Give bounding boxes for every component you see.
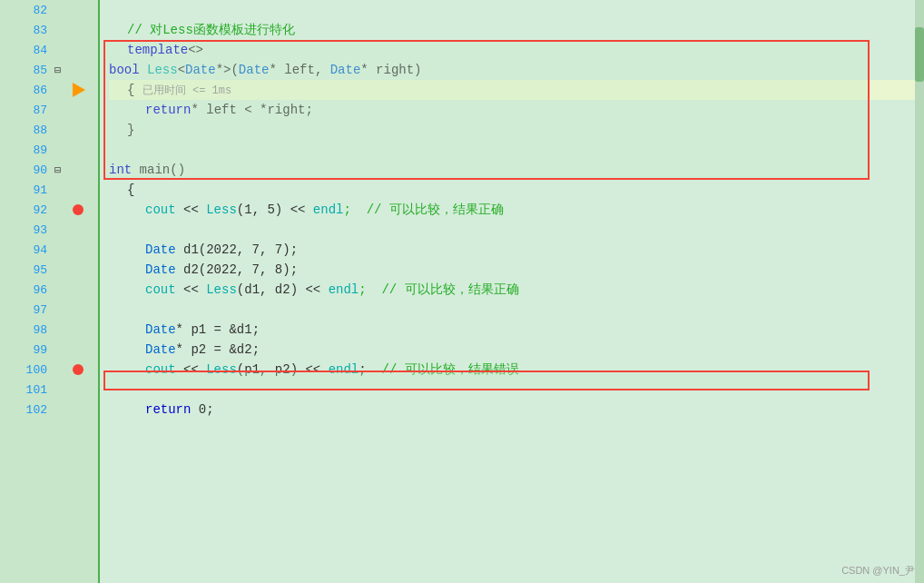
token-time: 已用时间 <= 1ms <box>143 83 231 98</box>
line-number: 102 <box>0 403 54 417</box>
gutter-row: 92 <box>0 200 98 220</box>
token-type: Date <box>145 342 176 357</box>
token-comment: // 对Less函数模板进行特化 <box>127 22 295 38</box>
token-normal: d2(2022, 7, 8); <box>176 262 298 277</box>
token-teal: endl <box>329 282 359 297</box>
fold-marker[interactable]: ⊟ <box>54 64 69 77</box>
code-line: return 0; <box>109 400 924 420</box>
breakpoint-icon[interactable] <box>73 364 84 375</box>
gutter-row: 82 <box>0 0 98 20</box>
token-teal: Less <box>147 63 178 77</box>
line-number: 91 <box>0 183 54 197</box>
gutter: 82838485⊟8687888990⊟91929394959697989910… <box>0 0 100 583</box>
line-number: 87 <box>0 104 54 117</box>
code-line: cout << Less(d1, d2) << endl; // 可以比较，结果… <box>109 280 924 300</box>
code-line: } <box>109 120 924 140</box>
token-teal: Less <box>206 362 237 377</box>
token-kw: bool <box>109 63 140 77</box>
token-op: <> <box>188 43 203 57</box>
line-number: 97 <box>0 303 54 317</box>
gutter-row: 83 <box>0 20 98 40</box>
token-op: * <box>360 63 368 77</box>
token-normal: (1, 5) << <box>237 203 313 217</box>
token-teal: endl <box>329 362 359 377</box>
code-line: { 已用时间 <= 1ms <box>109 80 924 100</box>
token-teal: cout <box>145 362 176 377</box>
code-line: { <box>109 180 924 200</box>
token-normal: (d1, d2) << <box>237 282 329 297</box>
gutter-row: 87 <box>0 100 98 120</box>
line-number: 88 <box>0 124 54 137</box>
token-normal: { <box>127 183 134 197</box>
gutter-row: 101 <box>0 380 98 400</box>
fold-marker[interactable]: ⊟ <box>54 163 69 177</box>
line-number: 89 <box>0 143 54 157</box>
token-normal: } <box>127 123 134 137</box>
token-normal: p2 = &d2; <box>183 342 260 357</box>
token-normal: (p1, p2) << <box>237 362 329 377</box>
code-line: bool Less<Date*>(Date* left, Date* right… <box>109 60 924 80</box>
gutter-row: 98 <box>0 320 98 340</box>
line-number: 86 <box>0 84 54 97</box>
token-op: < <box>178 63 185 77</box>
code-line: template<> <box>109 40 924 60</box>
line-marker[interactable] <box>69 204 87 215</box>
code-line <box>109 0 924 20</box>
code-line: cout << Less(p1, p2) << endl; // 可以比较，结果… <box>109 360 924 380</box>
line-number: 92 <box>0 203 54 217</box>
line-number: 85 <box>0 64 54 77</box>
token-normal <box>140 63 147 77</box>
token-normal: right) <box>369 63 422 77</box>
token-op: * <box>191 103 198 117</box>
token-normal: << <box>176 362 207 377</box>
gutter-row: 100 <box>0 360 98 380</box>
token-type: Date <box>330 63 361 77</box>
token-normal: left, <box>277 63 330 77</box>
line-marker[interactable] <box>69 364 87 375</box>
token-comment: ; // 可以比较，结果正确 <box>359 282 518 298</box>
gutter-row: 85⊟ <box>0 60 98 80</box>
code-line <box>109 220 924 240</box>
token-normal: main() <box>132 163 185 177</box>
line-numbers: 82838485⊟8687888990⊟91929394959697989910… <box>0 0 98 420</box>
token-normal: << <box>176 282 207 297</box>
scrollbar[interactable] <box>915 0 924 583</box>
line-number: 96 <box>0 283 54 297</box>
token-teal: Less <box>206 203 237 217</box>
token-op: *>( <box>216 63 239 77</box>
gutter-row: 95 <box>0 260 98 280</box>
breakpoint-icon[interactable] <box>73 204 84 215</box>
line-number: 82 <box>0 4 54 17</box>
code-line: Date d1(2022, 7, 7); <box>109 240 924 260</box>
token-teal: cout <box>145 203 176 217</box>
line-number: 90 <box>0 163 54 177</box>
code-line: cout << Less(1, 5) << endl; // 可以比较，结果正确 <box>109 200 924 220</box>
code-line: Date* p2 = &d2; <box>109 340 924 360</box>
token-normal: 0; <box>191 402 213 417</box>
watermark: CSDN @YIN_尹 <box>841 564 915 578</box>
arrow-icon <box>73 83 85 97</box>
code-line: Date d2(2022, 7, 8); <box>109 260 924 280</box>
code-editor: 82838485⊟8687888990⊟91929394959697989910… <box>0 0 924 583</box>
token-normal: { <box>127 83 143 97</box>
token-normal: p1 = &d1; <box>183 322 260 337</box>
line-marker[interactable] <box>69 83 87 97</box>
gutter-row: 90⊟ <box>0 160 98 180</box>
line-number: 93 <box>0 223 54 237</box>
gutter-row: 97 <box>0 300 98 320</box>
code-line <box>109 140 924 160</box>
gutter-row: 93 <box>0 220 98 240</box>
line-number: 99 <box>0 343 54 357</box>
token-op: * <box>269 63 276 77</box>
scrollbar-thumb[interactable] <box>915 27 924 82</box>
line-number: 84 <box>0 44 54 57</box>
token-op: * <box>176 322 183 337</box>
token-type: Date <box>239 63 270 77</box>
token-kw: return <box>145 402 191 417</box>
gutter-row: 91 <box>0 180 98 200</box>
line-number: 98 <box>0 323 54 337</box>
token-normal: ; <box>359 362 366 377</box>
token-op: * <box>176 342 183 357</box>
token-comment: // 可以比较，结果错误 <box>367 361 519 378</box>
code-line <box>109 380 924 400</box>
